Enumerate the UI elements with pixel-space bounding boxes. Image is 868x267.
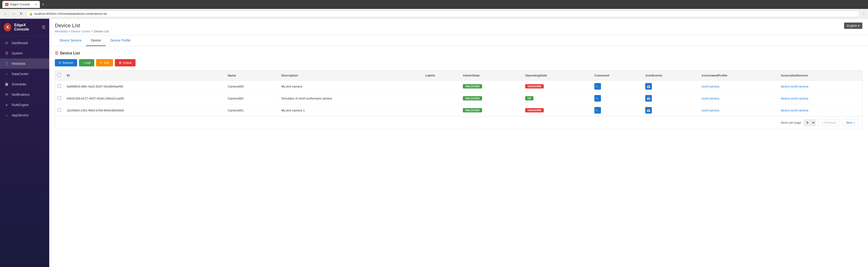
row-autoevents-2[interactable]: 📅 (643, 92, 699, 105)
row-labels-3 (423, 105, 460, 116)
row-adminstate-3: UNLOCKED (461, 105, 523, 116)
row-command-1[interactable]: >_ (592, 81, 643, 92)
bookmark-btn[interactable]: ☆ (862, 11, 865, 16)
row-id-1: ba699919-88fc-4a22-8187-d3cd844aef46 (64, 81, 225, 92)
command-btn-2[interactable]: >_ (594, 95, 601, 101)
row-name-1: Camera005 (225, 81, 279, 92)
tab-device[interactable]: Device (86, 35, 105, 46)
col-header-command: Command (592, 70, 643, 81)
row-checkbox-1[interactable] (57, 84, 61, 88)
sidebar-item-system[interactable]: ☰ System (0, 48, 49, 58)
row-command-2[interactable]: >_ (592, 92, 643, 105)
app-container: X EdgeX Console ☰ ⊙ Dashboard ☰ System 👤… (0, 19, 868, 267)
row-associatedservice-2: device-onvif-camera (778, 92, 862, 105)
previous-page-btn[interactable]: « Previous (818, 119, 840, 126)
dashboard-icon: ⊙ (4, 40, 9, 45)
items-per-page-label: items per page (781, 121, 801, 124)
sidebar-item-datacenter[interactable]: ○ DataCenter (0, 69, 49, 79)
sidebar-label-datacenter: DataCenter (12, 72, 29, 76)
command-btn-3[interactable]: >_ (594, 107, 601, 114)
row-associatedservice-3: device-onvif-camera (778, 105, 862, 116)
sidebar-label-notifications: Notifications (12, 93, 30, 96)
row-description-3: My test camera 1 (279, 105, 423, 116)
scheduler-icon: ⏰ (4, 82, 9, 87)
items-per-page-select[interactable]: 5 10 20 (804, 119, 815, 126)
back-btn[interactable]: ← (3, 11, 8, 17)
logo-icon: X (4, 23, 11, 31)
edit-label: Edit (104, 61, 109, 64)
select-all-checkbox[interactable] (57, 73, 61, 77)
row-name-3: Camera001 (225, 105, 279, 116)
notifications-icon: ✉ (4, 92, 9, 97)
row-associatedservice-1: device-onvif-camera (778, 81, 862, 92)
row-autoevents-1[interactable]: 📅 (643, 81, 699, 92)
address-bar[interactable]: 🔒 localhost:4000/en-US/#/metadata/device… (26, 10, 860, 17)
tab-close-btn[interactable]: × (35, 3, 37, 6)
add-button[interactable]: + Add (79, 59, 94, 66)
row-adminstate-1: UNLOCKED (461, 81, 523, 92)
row-id-2: b5b3c1b5-b117-4437-910d-c29ea21caef0 (64, 92, 225, 105)
autoevents-btn-1[interactable]: 📅 (645, 83, 652, 90)
col-header-id: ID (64, 70, 225, 81)
breadcrumb-device-center[interactable]: Device Center (71, 30, 90, 33)
col-header-operatingstate: OperatingState (523, 70, 592, 81)
refresh-button[interactable]: ↻ Refresh (55, 59, 77, 66)
browser-tab[interactable]: X EdgeX Console × (2, 1, 40, 8)
breadcrumb-device-list: Device List (94, 30, 109, 33)
metadata-icon: 👤 (4, 61, 9, 66)
ruleengine-icon: ≡ (4, 102, 9, 107)
datacenter-icon: ○ (4, 71, 9, 76)
row-adminstate-2: UNLOCKED (461, 92, 523, 105)
sidebar-item-metadata[interactable]: 👤 Metadata (0, 58, 49, 69)
sidebar-nav: ⊙ Dashboard ☰ System 👤 Metadata ○ DataCe… (0, 36, 49, 267)
content-area: ☰ Device List ↻ Refresh + Add ✎ Edit 🗑 (49, 46, 868, 267)
appservice-icon: ○ (4, 113, 9, 118)
section-header: ☰ Device List (55, 51, 862, 55)
row-name-2: Camera002 (225, 92, 279, 105)
row-associatedprofile-2: onvif-camera (699, 92, 778, 105)
sidebar-label-system: System (12, 51, 23, 55)
menu-toggle-btn[interactable]: ☰ (42, 25, 45, 30)
row-checkbox-2[interactable] (57, 96, 61, 100)
next-page-btn[interactable]: Next » (842, 119, 858, 126)
section-icon: ☰ (55, 51, 58, 55)
device-table: ID Name Description Labels AdminState Op… (55, 70, 862, 116)
row-associatedprofile-3: onvif-camera (699, 105, 778, 116)
command-btn-1[interactable]: >_ (594, 83, 601, 90)
nav-bar: ← → ↻ 🔒 localhost:4000/en-US/#/metadata/… (0, 9, 868, 19)
table-header-row: ID Name Description Labels AdminState Op… (55, 70, 862, 81)
edit-icon: ✎ (100, 61, 102, 64)
autoevents-btn-2[interactable]: 📅 (645, 95, 652, 101)
delete-label: Delete (123, 61, 132, 64)
chevron-down-icon: ▾ (858, 24, 860, 27)
col-header-autoevents: AutoEvents (643, 70, 699, 81)
page-title: Device List (55, 23, 109, 29)
autoevents-btn-3[interactable]: 📅 (645, 107, 652, 114)
row-checkbox-3[interactable] (57, 108, 61, 112)
browser-chrome: X EdgeX Console × + (0, 0, 868, 9)
language-btn[interactable]: English ▾ (844, 23, 862, 29)
breadcrumb-metadata[interactable]: Metadata (55, 30, 67, 33)
sidebar-logo: X EdgeX Console ☰ (0, 19, 49, 36)
reload-btn[interactable]: ↻ (19, 10, 24, 17)
row-command-3[interactable]: >_ (592, 105, 643, 116)
sidebar-item-dashboard[interactable]: ⊙ Dashboard (0, 38, 49, 48)
tab-favicon: X (5, 3, 8, 6)
table-row: b5b3c1b5-b117-4437-910d-c29ea21caef0 Cam… (55, 92, 862, 105)
sidebar-item-ruleengine[interactable]: ≡ RuleEngine (0, 100, 49, 110)
toolbar: ↻ Refresh + Add ✎ Edit 🗑 Delete (55, 59, 862, 66)
system-icon: ☰ (4, 51, 9, 56)
tab-device-profile[interactable]: Device Profile (105, 35, 135, 46)
row-operatingstate-3: UNKNOWN (523, 105, 592, 116)
sidebar-item-scheduler[interactable]: ⏰ Scheduler (0, 79, 49, 89)
forward-btn[interactable]: → (11, 11, 17, 17)
sidebar-item-notifications[interactable]: ✉ Notifications (0, 89, 49, 100)
new-tab-btn[interactable]: + (42, 2, 44, 7)
delete-button[interactable]: 🗑 Delete (115, 59, 136, 66)
row-autoevents-3[interactable]: 📅 (643, 105, 699, 116)
edit-button[interactable]: ✎ Edit (96, 59, 113, 66)
sidebar-item-appservice[interactable]: ○ AppService (0, 110, 49, 120)
tab-device-service[interactable]: Device Service (55, 35, 86, 46)
section-title: Device List (60, 51, 80, 55)
row-labels-2 (423, 92, 460, 105)
